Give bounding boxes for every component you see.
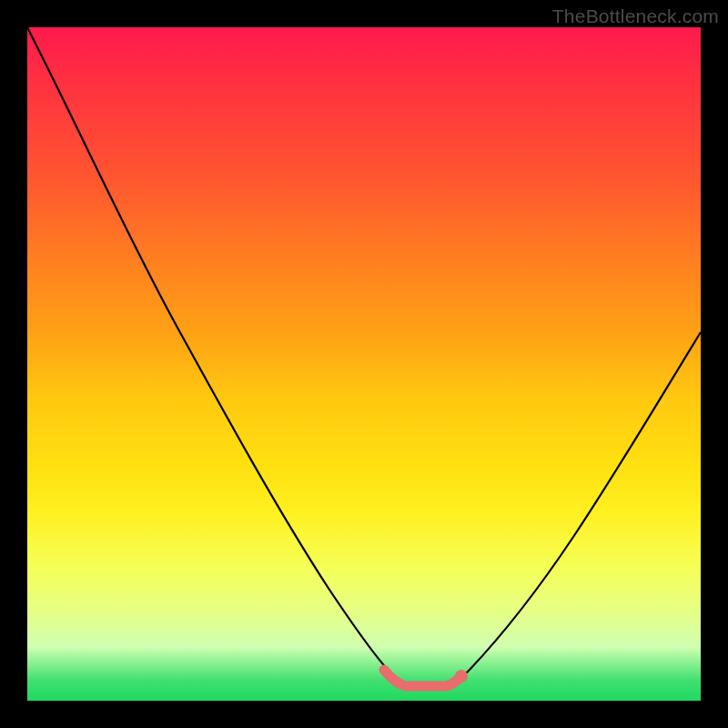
watermark-text: TheBottleneck.com	[552, 5, 719, 27]
plot-area	[27, 27, 701, 701]
curve-svg	[27, 27, 701, 701]
highlight-end-dot	[455, 670, 468, 682]
highlight-segment	[384, 670, 460, 686]
bottleneck-curve	[27, 27, 701, 686]
chart-canvas: TheBottleneck.com	[0, 0, 728, 728]
